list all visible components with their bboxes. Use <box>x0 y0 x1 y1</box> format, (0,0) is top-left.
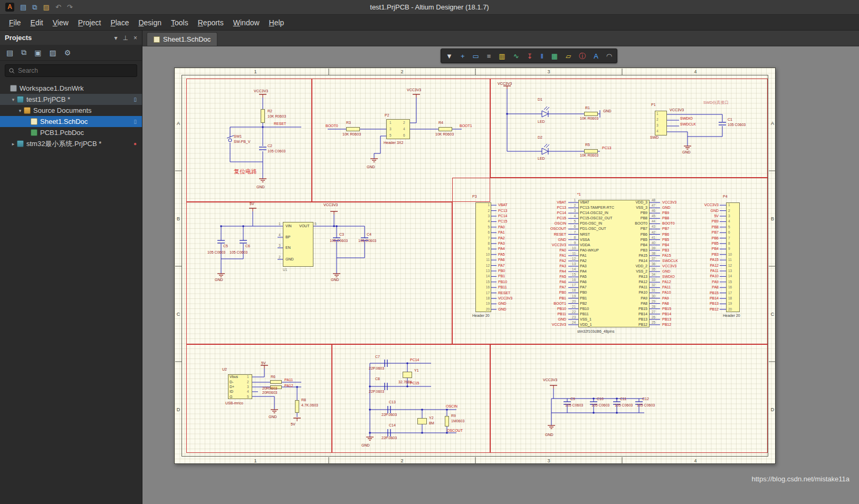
tree-item[interactable]: ▾test1.PrjPCB *▯ <box>0 94 142 105</box>
schematic-sheet[interactable]: 11223344AABBCCDDVCC3V3R210K R0603RESETSW… <box>174 67 776 464</box>
designator-label: R3 <box>346 121 351 125</box>
pin-number: 1 <box>482 203 490 207</box>
tag-icon[interactable]: ▱ <box>566 53 571 60</box>
menu-item-project[interactable]: Project <box>73 16 106 29</box>
undo-icon[interactable]: ↶ <box>55 4 61 11</box>
component-body[interactable] <box>270 380 282 384</box>
component-body[interactable] <box>584 149 598 153</box>
chip-icon[interactable]: ▦ <box>551 53 558 60</box>
tree-item[interactable]: ▾Source Documents <box>0 105 142 116</box>
net-label: BOOT0 <box>326 124 338 128</box>
component-body[interactable] <box>445 416 449 427</box>
signal-wave-icon[interactable]: ∿ <box>513 53 519 60</box>
tree-item-label: Workspace1.DsnWrk <box>20 84 84 92</box>
doc-tab[interactable]: Sheet1.SchDoc <box>147 32 217 46</box>
menu-item-design[interactable]: Design <box>133 16 166 29</box>
pin-number: 30 <box>652 294 655 298</box>
pin-number: 18 <box>728 296 732 300</box>
pin-number: 5 <box>728 225 730 229</box>
net-label: SWDCLK <box>680 122 696 127</box>
pin-number: 3 <box>567 209 576 212</box>
search-box[interactable] <box>5 64 137 77</box>
arc-icon[interactable]: ◠ <box>606 53 612 60</box>
pin-number: 48 <box>652 198 655 202</box>
panel-header: Projects ▾⊥× <box>0 31 142 45</box>
tree-item[interactable]: ▸stm32最小系统.PrjPCB *● <box>0 138 142 149</box>
menu-item-file[interactable]: File <box>4 16 26 29</box>
selection-marquee-icon[interactable]: ▭ <box>472 53 479 60</box>
component-body[interactable] <box>438 127 452 131</box>
move-cursor-icon[interactable]: + <box>461 53 465 60</box>
save-icon[interactable]: ▤ <box>6 49 13 57</box>
designator-label: USB-mrico <box>225 401 243 405</box>
designator-label: 20R0603 <box>262 391 277 395</box>
menu-item-reports[interactable]: Reports <box>193 16 228 29</box>
net-label: GND <box>676 209 719 213</box>
chevron-down-icon[interactable]: ▾ <box>17 108 23 113</box>
tree-item[interactable]: PCB1.PcbDoc <box>0 127 142 138</box>
save-icon[interactable]: ▤ <box>20 4 26 11</box>
columns-icon[interactable]: ▥ <box>499 53 505 60</box>
close-icon[interactable]: × <box>133 34 137 42</box>
settings-icon[interactable]: ⚙ <box>64 49 71 57</box>
component-body[interactable] <box>475 202 491 312</box>
net-label: VBAT <box>498 203 508 207</box>
pin-number: 14 <box>482 274 490 278</box>
net-label: PA11 <box>676 269 719 273</box>
probe-icon[interactable]: ↧ <box>527 53 533 60</box>
component-body[interactable] <box>261 109 265 123</box>
menu-item-place[interactable]: Place <box>106 16 133 29</box>
tree-item[interactable]: Sheet1.SchDoc▯ <box>0 116 142 127</box>
dropdown-icon[interactable]: ▾ <box>114 34 118 42</box>
pin-number: 39 <box>652 246 655 250</box>
menu-item-help[interactable]: Help <box>264 16 289 29</box>
pin-number: 38 <box>652 251 655 255</box>
net-label: PC15 <box>498 219 508 224</box>
folder-icon <box>24 107 31 114</box>
menu-item-window[interactable]: Window <box>228 16 264 29</box>
chevron-down-icon[interactable]: ▾ <box>10 97 16 102</box>
pin-name-label: PA12 <box>612 280 647 284</box>
pin-icon[interactable]: ⊥ <box>123 34 128 42</box>
open-document-icon[interactable]: ▣ <box>34 49 41 57</box>
frame-label: 1 <box>251 458 260 463</box>
net-label: PA1 <box>538 254 566 258</box>
altium-logo-icon[interactable]: A <box>5 3 14 12</box>
component-body[interactable] <box>417 418 427 424</box>
designator-label: Y1 <box>414 369 419 373</box>
filter-icon[interactable]: ▼ <box>446 53 453 60</box>
net-label: PB9 <box>676 219 719 224</box>
redo-icon[interactable]: ↷ <box>67 4 73 11</box>
designator-label: LED <box>538 157 545 161</box>
open-project-icon[interactable]: ▨ <box>49 49 56 57</box>
menu-item-edit[interactable]: Edit <box>26 16 48 29</box>
pin-number: 46 <box>652 209 655 212</box>
component-body[interactable] <box>403 372 412 378</box>
save-all-icon[interactable]: ⧉ <box>32 4 37 11</box>
chevron-right-icon[interactable]: ▸ <box>10 141 16 147</box>
text-icon[interactable]: A <box>594 53 598 60</box>
pin-number: 13 <box>482 269 490 273</box>
menu-item-view[interactable]: View <box>48 16 73 29</box>
pin-number: 41 <box>652 236 655 239</box>
info-icon[interactable]: ⓘ <box>579 53 586 60</box>
schematic-canvas[interactable]: ▼+▭≡▥∿↧‖▦▱ⓘA◠ 11223344AABBCCDDVCC3V3R210… <box>142 46 859 504</box>
search-input[interactable] <box>18 67 133 74</box>
designator-label: Y2 <box>429 416 434 420</box>
pin-number: 9 <box>728 247 730 250</box>
menu-item-tools[interactable]: Tools <box>166 16 193 29</box>
measure-icon[interactable]: ‖ <box>540 53 543 60</box>
open-folder-icon[interactable]: ▨ <box>43 4 50 11</box>
pin-number: 10 <box>482 253 490 256</box>
tree-item[interactable]: Workspace1.DsnWrk <box>0 83 142 94</box>
save-all-icon[interactable]: ⧉ <box>21 48 26 57</box>
designator-label: 22P.0603 <box>369 390 384 394</box>
component-body[interactable] <box>584 112 598 116</box>
component-body[interactable] <box>295 400 299 413</box>
align-icon[interactable]: ≡ <box>487 53 491 60</box>
pin-name-label: PB8 <box>612 216 647 220</box>
pin-number: 8 <box>567 236 576 239</box>
doc-tabbar: Sheet1.SchDoc <box>142 31 859 46</box>
component-body[interactable] <box>726 202 740 312</box>
component-body[interactable] <box>346 127 360 131</box>
